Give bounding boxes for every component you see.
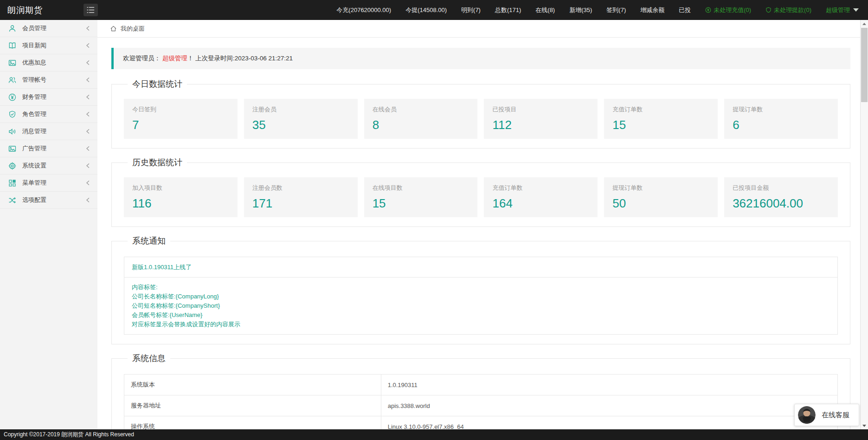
chevron-left-icon xyxy=(85,77,90,83)
stat-card-withdraw-orders: 提现订单数 6 xyxy=(724,99,838,139)
scrollbar-thumb[interactable] xyxy=(861,28,868,102)
support-avatar xyxy=(798,406,816,424)
system-info-title: 系统信息 xyxy=(128,353,170,364)
sidebar-item-options-config[interactable]: 选项配置 xyxy=(0,192,97,209)
notice-headline-link[interactable]: 新版1.0.190311上线了 xyxy=(132,264,192,271)
system-notice-section: 系统通知 新版1.0.190311上线了 内容标签: 公司长名称标签:{Comp… xyxy=(111,235,850,344)
breadcrumb-current[interactable]: 我的桌面 xyxy=(121,25,145,33)
stat-card-invested-amount: 已投项目金额 36216004.00 xyxy=(724,177,838,217)
menu-list-icon xyxy=(87,6,95,13)
shield-check-icon xyxy=(8,110,16,118)
grid-icon xyxy=(8,179,16,187)
sidebar-item-messages[interactable]: 消息管理 xyxy=(0,123,97,140)
breadcrumb: 我的桌面 xyxy=(97,20,868,38)
yen-circle-icon xyxy=(8,93,16,101)
stat-card-today-signin: 今日签到 7 xyxy=(124,99,238,139)
users-icon xyxy=(8,76,16,84)
dashboard-content: 欢迎管理员： 超级管理！ 上次登录时间:2023-03-06 21:27:21 … xyxy=(97,38,868,429)
pending-recharge-link[interactable]: 未处理充值(0) xyxy=(705,6,751,14)
user-icon xyxy=(8,25,16,32)
stat-card-online-projects: 在线项目数 15 xyxy=(364,177,478,217)
main-panel: 我的桌面 欢迎管理员： 超级管理！ 上次登录时间:2023-03-06 21:2… xyxy=(97,20,868,429)
sidebar-item-promotions[interactable]: 优惠加息 xyxy=(0,54,97,71)
notice-body: 内容标签: 公司长名称标签:{CompanyLong} 公司短名称标签:{Com… xyxy=(124,278,837,334)
stat-card-total-withdraw-orders: 提现订单数 50 xyxy=(604,177,718,217)
table-row: 服务器地址 apis.3388.world xyxy=(124,395,838,416)
support-label: 在线客服 xyxy=(822,411,849,420)
header-stat-today-withdraw[interactable]: 今提(14508.00) xyxy=(405,6,447,14)
chevron-left-icon xyxy=(85,129,90,134)
header-stat-new[interactable]: 新增(35) xyxy=(569,6,592,14)
user-menu-dropdown[interactable]: 超级管理 xyxy=(826,6,859,14)
chevron-down-icon xyxy=(853,8,859,12)
header-stat-total[interactable]: 总数(171) xyxy=(495,6,521,14)
online-support-widget[interactable]: 在线客服 xyxy=(794,404,859,426)
top-header: 朗润期货 今充(207620000.00) 今提(14508.00) 明到(7)… xyxy=(0,0,868,20)
stat-card-registered-members: 注册会员 35 xyxy=(244,99,358,139)
stat-card-invested-projects: 已投项目 112 xyxy=(484,99,598,139)
speaker-icon xyxy=(8,128,16,136)
sidebar-item-system-settings[interactable]: 系统设置 xyxy=(0,157,97,175)
notice-box: 新版1.0.190311上线了 内容标签: 公司长名称标签:{CompanyLo… xyxy=(124,257,838,335)
today-stats-title: 今日数据统计 xyxy=(128,78,187,90)
notice-line: 对应标签显示会替换成设置好的内容展示 xyxy=(132,320,830,329)
system-notice-title: 系统通知 xyxy=(128,235,170,246)
app-logo: 朗润期货 xyxy=(0,5,78,16)
sidebar-item-ads[interactable]: 广告管理 xyxy=(0,140,97,157)
book-icon xyxy=(8,42,16,50)
pending-withdraw-link[interactable]: 未处理提款(0) xyxy=(765,6,811,14)
triangle-up-icon xyxy=(862,23,866,25)
sidebar: 会员管理 项目新闻 优惠加息 xyxy=(0,20,97,429)
image-icon xyxy=(8,59,16,67)
chevron-left-icon xyxy=(85,26,90,31)
stat-card-online-members: 在线会员 8 xyxy=(364,99,478,139)
yen-circle-icon xyxy=(705,7,711,13)
admin-name: 超级管理 xyxy=(162,55,187,62)
today-stats-section: 今日数据统计 今日签到 7 注册会员 35 在线会员 8 已 xyxy=(111,78,850,149)
chevron-left-icon xyxy=(85,163,90,168)
history-stats-title: 历史数据统计 xyxy=(128,157,187,168)
stat-card-recharge-orders: 充值订单数 15 xyxy=(604,99,718,139)
chevron-left-icon xyxy=(85,146,90,151)
sidebar-toggle-button[interactable] xyxy=(84,4,98,16)
chevron-left-icon xyxy=(85,60,90,65)
sidebar-item-roles[interactable]: 角色管理 xyxy=(0,106,97,123)
history-stats-section: 历史数据统计 加入项目数 116 注册会员数 171 在线项目数 15 xyxy=(111,157,850,227)
scroll-up-button[interactable] xyxy=(861,20,868,27)
notice-line: 公司短名称标签:{CompanyShort} xyxy=(132,301,830,311)
copyright-text: Copyright ©2017-2019 朗润期货 All Rights Res… xyxy=(4,431,134,438)
gear-icon xyxy=(8,162,16,170)
header-nav: 今充(207620000.00) 今提(14508.00) 明到(7) 总数(1… xyxy=(336,6,868,14)
system-info-section: 系统信息 系统版本 1.0.190311 服务器地址 apis.3388.wor… xyxy=(111,353,850,429)
table-row: 操作系统 Linux 3.10.0-957.el7.x86_64 xyxy=(124,416,838,430)
welcome-banner: 欢迎管理员： 超级管理！ 上次登录时间:2023-03-06 21:27:21 xyxy=(111,48,850,69)
header-stat-invested[interactable]: 已投 xyxy=(679,6,691,14)
stat-card-total-recharge-orders: 充值订单数 164 xyxy=(484,177,598,217)
chevron-left-icon xyxy=(85,197,90,203)
chevron-left-icon xyxy=(85,180,90,186)
chevron-left-icon xyxy=(85,94,90,100)
sidebar-item-finance[interactable]: 财务管理 xyxy=(0,89,97,106)
home-icon xyxy=(110,25,117,32)
scroll-down-button[interactable] xyxy=(861,422,868,429)
header-stat-online[interactable]: 在线(8) xyxy=(535,6,555,14)
triangle-down-icon xyxy=(862,425,866,427)
vertical-scrollbar xyxy=(860,20,868,429)
chevron-left-icon xyxy=(85,43,90,48)
header-stat-today-recharge[interactable]: 今充(207620000.00) xyxy=(336,6,391,14)
sidebar-item-members[interactable]: 会员管理 xyxy=(0,20,97,37)
header-stat-balance-adjust[interactable]: 增减余额 xyxy=(640,6,664,14)
header-stat-due-tomorrow[interactable]: 明到(7) xyxy=(461,6,481,14)
shuffle-icon xyxy=(8,196,16,204)
ad-image-icon xyxy=(8,145,16,153)
sidebar-item-project-news[interactable]: 项目新闻 xyxy=(0,37,97,54)
shield-icon xyxy=(765,7,772,13)
header-stat-signin[interactable]: 签到(7) xyxy=(606,6,626,14)
footer: Copyright ©2017-2019 朗润期货 All Rights Res… xyxy=(0,429,868,440)
system-info-table: 系统版本 1.0.190311 服务器地址 apis.3388.world 操作… xyxy=(124,374,838,429)
notice-line: 会员帐号标签:{UserName} xyxy=(132,311,830,320)
notice-line: 公司长名称标签:{CompanyLong} xyxy=(132,292,830,301)
notice-line: 内容标签: xyxy=(132,283,830,292)
sidebar-item-menu-manage[interactable]: 菜单管理 xyxy=(0,175,97,192)
sidebar-item-admin-accounts[interactable]: 管理帐号 xyxy=(0,71,97,89)
